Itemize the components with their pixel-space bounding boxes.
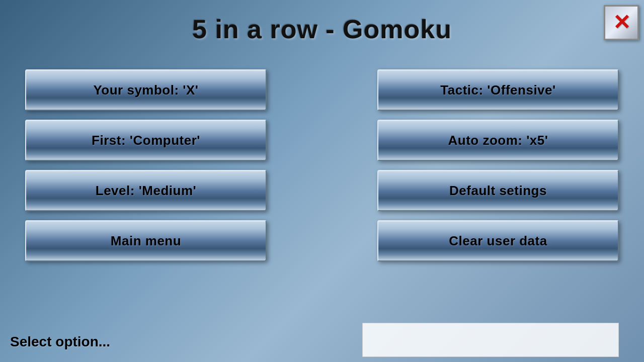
right-column: Tactic: 'Offensive' Auto zoom: 'x5' Defa…: [377, 69, 619, 261]
symbol-button[interactable]: Your symbol: 'X': [25, 69, 267, 111]
autozoom-button[interactable]: Auto zoom: 'x5': [377, 120, 619, 161]
info-box: [362, 323, 619, 357]
page-title: 5 in a row - Gomoku: [0, 0, 644, 44]
status-label: Select option...: [10, 334, 110, 350]
first-button[interactable]: First: 'Computer': [25, 120, 267, 161]
left-column: Your symbol: 'X' First: 'Computer' Level…: [25, 69, 267, 261]
default-settings-button[interactable]: Default setings: [377, 170, 619, 211]
close-button[interactable]: ✕: [604, 5, 639, 40]
level-button[interactable]: Level: 'Medium': [25, 170, 267, 211]
close-icon: ✕: [613, 12, 630, 33]
mainmenu-button[interactable]: Main menu: [25, 220, 267, 261]
settings-layout: Your symbol: 'X' First: 'Computer' Level…: [0, 54, 644, 261]
tactic-button[interactable]: Tactic: 'Offensive': [377, 69, 619, 111]
clear-user-data-button[interactable]: Clear user data: [377, 220, 619, 261]
